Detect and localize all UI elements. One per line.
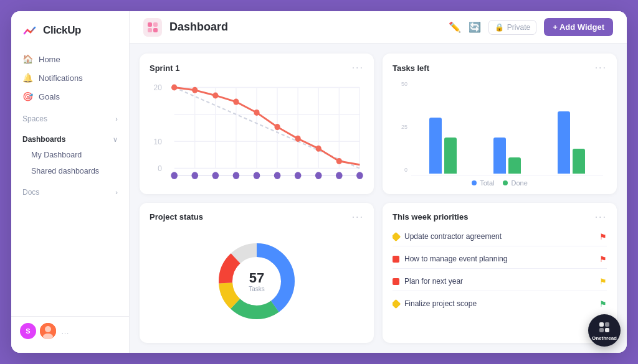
list-item: How to manage event planning ⚑ (393, 250, 607, 269)
svg-rect-52 (605, 328, 609, 332)
private-label: Private (507, 23, 530, 32)
sprint-chart-svg: 20 10 0 (150, 78, 364, 187)
sidebar-item-shared-dashboards[interactable]: Shared dashboards (16, 163, 124, 179)
svg-rect-4 (153, 22, 158, 27)
chevron-down-icon: ∨ (113, 136, 118, 144)
sidebar-section-docs: Docs › (16, 179, 124, 200)
svg-rect-50 (605, 322, 609, 327)
priority-list: Update contractor agreement ⚑ How to man… (393, 228, 607, 336)
flag-icon: ⚑ (599, 299, 607, 309)
sprint-chart-body: 20 10 0 (150, 78, 364, 187)
chevron-right-icon: › (115, 189, 118, 196)
bar-group-1 (429, 118, 457, 174)
legend-total: Total (472, 179, 494, 187)
main-content: Dashboard ✏️ 🔄 🔒 Private + Add Widget Sp (130, 11, 627, 353)
priority-text: Finalize project scope (404, 299, 477, 308)
user-menu-caret: … (61, 327, 69, 336)
svg-rect-3 (148, 22, 152, 27)
svg-text:10: 10 (154, 137, 162, 146)
svg-point-28 (254, 110, 259, 116)
avatar-photo (40, 323, 56, 339)
dashboard-icon (143, 18, 162, 37)
priority-text: Plan for next year (404, 277, 463, 286)
donut-area: 57 Tasks (150, 228, 364, 336)
bell-icon: 🔔 (22, 73, 33, 83)
sidebar-nav: 🏠 Home 🔔 Notifications 🎯 Goals Spaces › … (11, 50, 129, 311)
svg-point-27 (233, 99, 239, 105)
svg-point-29 (274, 124, 280, 130)
priority-icon-square (393, 256, 399, 263)
list-item: Finalize project scope ⚑ (393, 295, 607, 313)
svg-point-32 (336, 158, 342, 164)
sidebar-item-label: Goals (39, 92, 60, 101)
flag-icon: ⚑ (599, 254, 607, 264)
widget-sprint: Sprint 1 ··· (140, 54, 374, 194)
svg-rect-51 (599, 328, 604, 332)
legend-done: Done (503, 179, 527, 187)
avatar-j[interactable] (40, 323, 56, 339)
more-menu-sprint[interactable]: ··· (352, 62, 364, 73)
svg-point-38 (254, 172, 260, 179)
svg-point-39 (274, 172, 281, 179)
priority-text: How to manage event planning (404, 254, 507, 263)
clickup-logo-icon (22, 22, 39, 39)
onethread-logo (598, 320, 611, 334)
svg-point-1 (45, 326, 51, 332)
svg-point-24 (171, 84, 177, 90)
widget-header-status: Project status ··· (150, 212, 364, 223)
home-icon: 🏠 (22, 54, 33, 64)
svg-rect-6 (153, 28, 158, 32)
edit-icon[interactable]: ✏️ (449, 21, 461, 33)
bar-done-1 (444, 138, 457, 174)
onethread-label: Onethread (592, 335, 617, 341)
widget-project-status: Project status ··· (140, 203, 374, 343)
svg-rect-49 (599, 322, 604, 327)
bar-total-3 (558, 111, 570, 174)
sidebar-item-my-dashboard[interactable]: My Dashboard (16, 147, 124, 163)
sidebar-item-label: Home (39, 55, 60, 64)
bar-total-1 (429, 118, 442, 174)
donut-number: 57 (249, 271, 264, 286)
more-menu-priorities[interactable]: ··· (595, 212, 607, 223)
svg-text:0: 0 (158, 164, 162, 173)
list-item: Update contractor agreement ⚑ (393, 228, 607, 246)
add-widget-button[interactable]: + Add Widget (544, 18, 613, 36)
outer-frame: ClickUp 🏠 Home 🔔 Notifications 🎯 Goals S… (0, 0, 638, 364)
sidebar-item-home[interactable]: 🏠 Home (16, 50, 124, 68)
flag-icon: ⚑ (599, 277, 607, 286)
svg-point-41 (315, 172, 322, 179)
sidebar-item-label: Notifications (39, 73, 83, 83)
more-menu-status[interactable]: ··· (352, 212, 364, 223)
list-item: Plan for next year ⚑ (393, 273, 607, 291)
priority-text: Update contractor agreement (404, 232, 502, 241)
svg-point-26 (212, 92, 218, 98)
priority-icon-square (393, 278, 399, 285)
svg-point-30 (295, 136, 301, 142)
widget-title-tasks: Tasks left (393, 63, 429, 73)
svg-point-31 (316, 146, 321, 152)
sidebar-item-notifications[interactable]: 🔔 Notifications (16, 68, 124, 87)
widget-header-sprint: Sprint 1 ··· (150, 62, 364, 73)
topbar-actions: ✏️ 🔄 🔒 Private + Add Widget (449, 18, 613, 36)
svg-point-42 (336, 172, 343, 179)
more-menu-tasks[interactable]: ··· (595, 62, 607, 73)
topbar: Dashboard ✏️ 🔄 🔒 Private + Add Widget (130, 11, 627, 44)
svg-rect-5 (148, 28, 152, 32)
donut-center: 57 Tasks (249, 271, 265, 292)
svg-point-43 (356, 172, 363, 179)
avatar-s[interactable]: S (20, 323, 36, 339)
widget-tasks-left: Tasks left ··· 50 25 0 (383, 54, 617, 194)
chevron-right-icon: › (115, 115, 118, 123)
sidebar-section-dashboards: Dashboards ∨ (16, 126, 124, 147)
svg-point-40 (295, 172, 302, 179)
donut-tasks-label: Tasks (249, 286, 265, 292)
priority-icon-diamond (393, 299, 401, 309)
refresh-icon[interactable]: 🔄 (469, 21, 481, 33)
svg-point-34 (171, 172, 178, 179)
sidebar-bottom: S … (11, 316, 129, 345)
flag-icon: ⚑ (599, 232, 607, 241)
widget-title-status: Project status (150, 212, 203, 222)
bar-group-2 (493, 138, 521, 174)
sidebar-item-goals[interactable]: 🎯 Goals (16, 87, 124, 106)
private-button[interactable]: 🔒 Private (488, 20, 536, 35)
